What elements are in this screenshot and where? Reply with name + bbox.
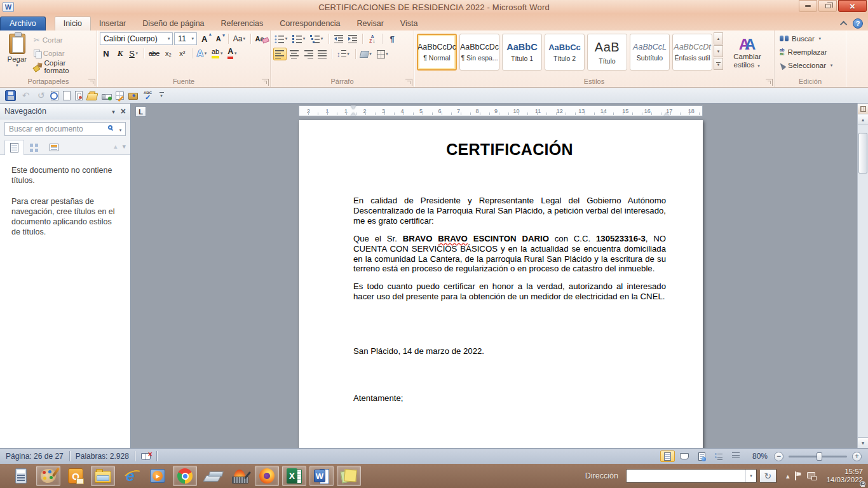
scroll-down-button[interactable] (858, 437, 868, 448)
print-layout-view-button[interactable] (660, 451, 675, 462)
paragraph[interactable]: En calidad de Presidente y Representante… (353, 196, 666, 226)
dialog-launcher-icon[interactable] (405, 79, 412, 86)
save-icon[interactable] (5, 90, 16, 101)
taskbar-excel-icon[interactable]: X (282, 466, 306, 486)
folder-favorites-icon[interactable] (128, 93, 138, 100)
styles-scroll-up-button[interactable] (714, 32, 723, 44)
paragraph[interactable]: Es todo cuanto puedo certificar en honor… (353, 281, 666, 302)
taskbar-word-icon[interactable]: W (309, 466, 334, 486)
tab-insertar[interactable]: Insertar (91, 17, 134, 30)
close-button[interactable] (838, 0, 867, 12)
address-input[interactable] (627, 470, 745, 482)
change-styles-button[interactable]: AA Cambiar estilos (727, 32, 768, 77)
tab-revisar[interactable]: Revisar (348, 17, 391, 30)
scrollbar-track[interactable] (858, 125, 868, 437)
taskbar-calculator-icon[interactable] (9, 466, 33, 486)
borders-button[interactable] (376, 48, 391, 60)
search-icon[interactable] (108, 125, 112, 130)
multilevel-list-button[interactable] (309, 32, 325, 45)
chevron-down-icon[interactable] (118, 128, 123, 133)
print-preview-icon[interactable] (51, 91, 58, 100)
web-layout-view-button[interactable] (695, 451, 709, 462)
shading-button[interactable] (359, 48, 374, 60)
zoom-slider-thumb[interactable] (817, 452, 822, 461)
taskbar-sticky-notes-icon[interactable] (337, 466, 361, 486)
document-page[interactable]: CERTIFICACIÓN En calidad de Presidente y… (299, 120, 703, 448)
styles-gallery-more-button[interactable] (714, 58, 723, 70)
outline-view-button[interactable] (712, 451, 726, 462)
style-normal[interactable]: AaBbCcDc ¶ Normal (417, 34, 457, 71)
font-size-select[interactable]: 11 (174, 32, 196, 45)
word-count-status[interactable]: Palabras: 2.928 (70, 449, 135, 464)
sort-button[interactable]: AZ (366, 32, 379, 45)
grow-font-button[interactable]: A (198, 32, 211, 45)
edit-table-icon[interactable] (116, 92, 124, 100)
style-enfasis-sutil[interactable]: AaBbCcDt Énfasis sutil (672, 34, 712, 71)
tab-inicio[interactable]: Inicio (55, 17, 91, 30)
change-case-button[interactable]: Aa (232, 32, 247, 45)
browse-results-tab[interactable] (44, 139, 64, 154)
tab-vista[interactable]: Vista (392, 17, 426, 30)
taskbar-chrome-icon[interactable] (173, 466, 197, 486)
align-left-button[interactable] (273, 48, 287, 60)
font-name-select[interactable]: Calibri (Cuerpo) (100, 32, 173, 45)
italic-button[interactable]: K (114, 47, 126, 60)
zoom-level[interactable]: 80% (752, 452, 768, 461)
tab-referencias[interactable]: Referencias (213, 17, 272, 30)
bullets-button[interactable] (273, 32, 290, 45)
zoom-in-button[interactable] (852, 452, 862, 461)
bold-button[interactable]: N (100, 47, 112, 60)
select-button[interactable]: Seleccionar (780, 59, 843, 71)
network-icon[interactable] (807, 472, 817, 480)
taskbar-internet-explorer-icon[interactable]: e (118, 466, 142, 486)
vertical-scrollbar[interactable] (857, 104, 868, 448)
underline-button[interactable]: S (128, 47, 140, 60)
search-input[interactable] (4, 122, 126, 136)
taskbar-outlook-icon[interactable]: O (64, 466, 88, 486)
taskbar-media-player-icon[interactable] (146, 466, 170, 486)
style-subtitulo[interactable]: AaBbCcL Subtítulo (630, 34, 670, 71)
dialog-launcher-icon[interactable] (88, 79, 95, 86)
open-folder-icon[interactable] (86, 93, 98, 100)
tab-archivo[interactable]: Archivo (0, 17, 46, 30)
style-sin-espaciado[interactable]: AaBbCcDc ¶ Sin espa... (459, 34, 499, 71)
styles-scroll-down-button[interactable] (714, 45, 723, 57)
scroll-up-button[interactable] (858, 114, 868, 125)
fullscreen-reading-view-button[interactable] (677, 451, 692, 462)
tab-stop-selector[interactable]: L (135, 106, 146, 117)
style-titulo-2[interactable]: AaBbCc Título 2 (545, 34, 585, 71)
clear-formatting-button[interactable]: Aa (254, 32, 268, 45)
decrease-indent-button[interactable] (332, 32, 345, 45)
zoom-slider[interactable] (789, 456, 847, 458)
draft-view-button[interactable] (729, 451, 743, 462)
scrollbar-thumb[interactable] (858, 133, 867, 173)
find-button[interactable]: Buscar (780, 32, 843, 44)
tab-diseno-de-pagina[interactable]: Diseño de página (134, 17, 212, 30)
justify-button[interactable] (316, 48, 329, 60)
next-result-icon[interactable] (122, 142, 126, 151)
clock[interactable]: 15:57 14/03/2022 (826, 468, 863, 484)
document-heading[interactable]: CERTIFICACIÓN (353, 140, 666, 159)
minimize-button[interactable] (799, 0, 817, 12)
text-effects-button[interactable]: A (196, 47, 209, 60)
pane-options-icon[interactable] (112, 107, 115, 116)
new-document-icon[interactable] (63, 91, 71, 100)
browse-pages-tab[interactable] (24, 139, 44, 154)
ruler-toggle-button[interactable] (858, 104, 868, 114)
taskbar-firefox-icon[interactable] (255, 466, 279, 486)
highlight-button[interactable]: ab (210, 47, 225, 60)
show-marks-button[interactable]: ¶ (386, 32, 398, 45)
format-painter-button[interactable]: Copiar formato (32, 61, 94, 72)
date-line[interactable]: San Plácido, 14 de marzo de 2022. (353, 346, 666, 356)
subscript-button[interactable]: x₂ (162, 47, 175, 60)
right-indent-marker[interactable] (664, 112, 669, 116)
collapse-ribbon-icon[interactable] (840, 21, 847, 28)
style-titulo[interactable]: AaB Título (587, 34, 627, 71)
zoom-out-button[interactable] (774, 452, 783, 461)
replace-button[interactable]: abac Reemplazar (780, 46, 843, 58)
close-pane-icon[interactable] (121, 106, 126, 116)
horizontal-ruler[interactable]: 21123456789101112131415161718 (299, 105, 703, 116)
dialog-launcher-icon[interactable] (262, 79, 269, 86)
dialog-launcher-icon[interactable] (766, 79, 773, 86)
left-indent-marker[interactable] (351, 112, 356, 116)
